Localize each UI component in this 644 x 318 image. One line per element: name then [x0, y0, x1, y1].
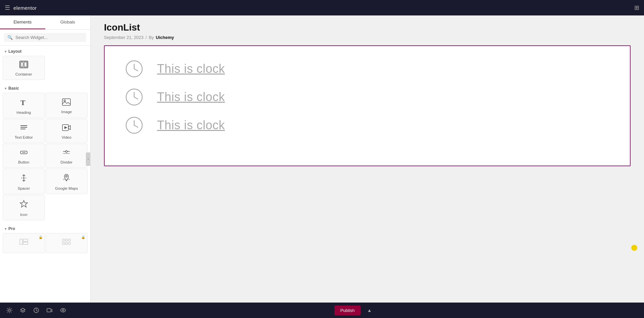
svg-rect-30 — [68, 242, 70, 244]
svg-rect-27 — [68, 239, 70, 241]
widget-video[interactable]: Video — [46, 119, 88, 143]
image-icon — [62, 98, 71, 107]
button-icon — [19, 149, 28, 157]
svg-rect-2 — [24, 62, 27, 67]
lock-icon-1: 🔒 — [39, 235, 43, 239]
divider-label: Divider — [60, 160, 72, 164]
video-icon — [62, 124, 71, 133]
eye-icon-btn[interactable] — [57, 304, 69, 316]
svg-rect-25 — [62, 239, 64, 241]
icon-label: Icon — [20, 213, 28, 217]
list-item-text-1: This is clock — [157, 62, 225, 76]
meta-author[interactable]: Uichemy — [156, 35, 174, 40]
bottom-toolbar: Publish ▲ — [0, 303, 644, 318]
settings-icon-btn[interactable] — [3, 304, 15, 316]
page-header: IconList September 21, 2023 / By Uichemy — [104, 22, 631, 40]
pro-widgets-grid: 🔒 🔒 — [0, 233, 90, 256]
publish-button[interactable]: Publish — [334, 306, 361, 315]
text-editor-label: Text Editor — [15, 135, 33, 139]
icon-widget-icon — [19, 200, 28, 210]
svg-line-39 — [134, 125, 138, 127]
svg-rect-28 — [62, 242, 64, 244]
widget-divider[interactable]: Divider — [46, 144, 88, 168]
layout-arrow: ▾ — [5, 50, 6, 53]
widget-pro-2[interactable]: 🔒 — [46, 233, 88, 253]
svg-rect-4 — [62, 99, 70, 105]
container-icon — [19, 61, 28, 70]
svg-rect-24 — [23, 242, 28, 244]
canvas-area: IconList September 21, 2023 / By Uichemy… — [91, 15, 644, 303]
widget-heading[interactable]: T Heading — [3, 93, 45, 118]
clock-icon-3 — [125, 116, 144, 135]
basic-widgets-grid: T Heading Image — [0, 93, 90, 223]
svg-rect-22 — [20, 239, 22, 244]
meta-separator: / — [146, 35, 147, 40]
search-input-wrap: 🔍 — [4, 33, 86, 42]
pro2-icon — [62, 238, 71, 247]
list-item: This is clock — [125, 59, 610, 78]
scroll-up-btn[interactable]: ▲ — [363, 304, 375, 316]
svg-point-40 — [8, 309, 10, 311]
svg-rect-43 — [51, 310, 53, 312]
clock-icon-2 — [125, 88, 144, 106]
responsive-icon-btn[interactable] — [44, 304, 56, 316]
meta-date: September 21, 2023 — [104, 35, 144, 40]
list-item: This is clock — [125, 88, 610, 106]
list-item: This is clock — [125, 116, 610, 135]
svg-line-33 — [134, 69, 138, 71]
sidebar-content: ▾ Layout Container ▾ — [0, 46, 90, 303]
widget-spacer[interactable]: Spacer — [3, 169, 45, 194]
history-icon-btn[interactable] — [30, 304, 42, 316]
container-label: Container — [15, 72, 32, 76]
sidebar-collapse-handle[interactable]: ‹ — [86, 152, 91, 166]
widget-image[interactable]: Image — [46, 93, 88, 118]
svg-marker-10 — [68, 126, 70, 130]
bottom-left-icons — [3, 304, 69, 316]
app-title: elementor — [13, 5, 37, 11]
top-bar: ☰ elementor ⊞ — [0, 0, 644, 15]
top-bar-left: ☰ elementor — [5, 4, 37, 11]
widget-container[interactable]: Container — [3, 56, 45, 80]
list-item-text-3: This is clock — [157, 118, 225, 132]
section-layout-header: ▾ Layout — [0, 46, 90, 56]
svg-line-36 — [134, 97, 138, 99]
tab-elements[interactable]: Elements — [0, 15, 45, 29]
tab-globals[interactable]: Globals — [45, 15, 91, 29]
section-pro-header: ▾ Pro — [0, 223, 90, 233]
svg-rect-26 — [65, 239, 67, 241]
video-label: Video — [62, 135, 71, 139]
bottom-center: Publish ▲ — [334, 304, 376, 316]
pro-arrow: ▾ — [5, 227, 6, 231]
page-title: IconList — [104, 22, 631, 33]
spacer-icon — [19, 174, 28, 184]
meta-by: By — [149, 35, 154, 40]
heading-icon: T — [19, 98, 28, 108]
svg-rect-23 — [23, 239, 28, 241]
svg-rect-1 — [21, 62, 23, 67]
search-input[interactable] — [15, 35, 83, 40]
svg-point-20 — [66, 176, 67, 177]
spacer-label: Spacer — [18, 186, 30, 190]
hamburger-icon[interactable]: ☰ — [5, 4, 10, 11]
clock-icon-1 — [125, 59, 144, 78]
layers-icon-btn[interactable] — [17, 304, 29, 316]
widget-pro-1[interactable]: 🔒 — [3, 233, 45, 253]
image-label: Image — [61, 110, 72, 114]
svg-marker-11 — [64, 126, 67, 129]
google-maps-label: Google Maps — [55, 186, 78, 190]
heading-label: Heading — [16, 110, 31, 115]
search-bar: 🔍 — [0, 30, 90, 46]
widget-button[interactable]: Button — [3, 144, 45, 168]
sidebar: Elements Globals 🔍 ▾ Layout — [0, 15, 91, 303]
canvas-block: This is clock This is clock — [104, 45, 631, 166]
widget-text-editor[interactable]: Text Editor — [3, 119, 45, 143]
svg-rect-42 — [47, 309, 51, 312]
grid-icon[interactable]: ⊞ — [634, 4, 639, 11]
lock-icon-2: 🔒 — [81, 235, 85, 239]
basic-arrow: ▾ — [5, 87, 6, 90]
icon-list: This is clock This is clock — [125, 59, 610, 135]
svg-point-44 — [62, 310, 64, 311]
widget-google-maps[interactable]: Google Maps — [46, 169, 88, 194]
text-editor-icon — [19, 124, 28, 133]
widget-icon[interactable]: Icon — [3, 195, 45, 220]
